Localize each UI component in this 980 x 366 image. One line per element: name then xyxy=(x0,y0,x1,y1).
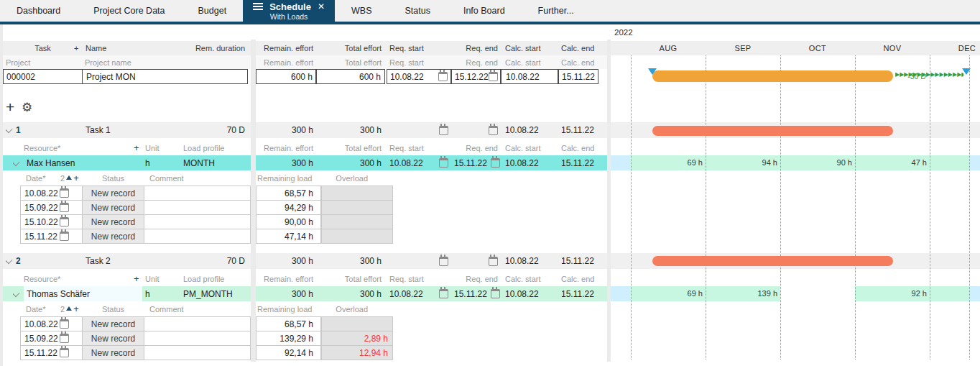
column-header-calc-end[interactable]: Calc. end xyxy=(558,140,606,155)
add-task-button[interactable]: + xyxy=(6,97,19,117)
calendar-icon[interactable] xyxy=(439,257,448,266)
resource-unit-cell[interactable]: h xyxy=(145,155,174,170)
column-header-req-start[interactable]: Req. start xyxy=(387,41,451,55)
calendar-icon[interactable] xyxy=(60,232,69,241)
project-req-start-cell[interactable]: 10.08.22 xyxy=(387,69,451,84)
gantt-task-bar[interactable] xyxy=(652,126,893,136)
task-req-end-cell[interactable] xyxy=(451,122,501,138)
tab-item[interactable]: Schedule ✕ With Loads xyxy=(243,0,335,23)
project-calc-end-cell[interactable]: 15.11.22 xyxy=(558,69,598,84)
record-date-cell[interactable]: 15.10.22 xyxy=(20,214,83,229)
record-status-cell[interactable]: New record xyxy=(82,229,144,244)
task-rem-duration-cell[interactable]: 70 D xyxy=(171,122,246,138)
project-id-cell[interactable]: 000002 xyxy=(3,69,83,84)
resource-req-start-cell[interactable]: 10.08.22 xyxy=(387,286,451,301)
column-header-req-start[interactable]: Req. start xyxy=(387,271,451,286)
close-icon[interactable]: ✕ xyxy=(318,1,325,12)
record-remaining-load-cell[interactable]: 68,57 h xyxy=(256,186,321,201)
add-column-icon[interactable]: + xyxy=(74,41,83,55)
column-header-calc-end[interactable]: Calc. end xyxy=(558,41,606,55)
resource-remain-effort-cell[interactable]: 300 h xyxy=(256,286,316,301)
column-header-total-effort[interactable]: Total effort xyxy=(316,140,385,155)
column-header-calc-end[interactable]: Calc. end xyxy=(558,271,606,286)
column-header-remaining-load[interactable]: Remaining load xyxy=(257,170,322,186)
column-header-overload[interactable]: Overload xyxy=(321,301,368,316)
record-remaining-load-cell[interactable]: 47,14 h xyxy=(256,229,321,244)
calendar-icon[interactable] xyxy=(489,72,498,81)
record-status-cell[interactable]: New record xyxy=(82,214,144,229)
record-status-cell[interactable]: New record xyxy=(82,331,144,346)
calendar-icon[interactable] xyxy=(60,334,69,343)
record-date-cell[interactable]: 15.11.22 xyxy=(20,345,83,360)
record-comment-cell[interactable] xyxy=(144,229,251,244)
collapse-chevron-icon[interactable] xyxy=(6,253,16,269)
task-calc-start-cell[interactable]: 10.08.22 xyxy=(501,253,558,269)
resource-req-start-cell[interactable]: 10.08.22 xyxy=(387,155,451,170)
record-date-cell[interactable]: 10.08.22 xyxy=(20,186,83,201)
column-header-status[interactable]: Status xyxy=(82,170,144,186)
calendar-icon[interactable] xyxy=(439,126,448,135)
calendar-icon[interactable] xyxy=(60,217,69,227)
calendar-icon[interactable] xyxy=(438,72,448,81)
record-date-cell[interactable]: 15.09.22 xyxy=(20,200,83,215)
column-header-overload[interactable]: Overload xyxy=(321,170,368,186)
project-req-end-cell[interactable]: 15.12.22 xyxy=(451,69,501,84)
column-header-unit[interactable]: Unit xyxy=(145,271,174,286)
column-header-comment[interactable]: Comment xyxy=(149,170,221,186)
resource-calc-end-cell[interactable]: 15.11.22 xyxy=(558,155,606,170)
record-remaining-load-cell[interactable]: 139,29 h xyxy=(256,331,321,346)
task-total-effort-cell[interactable]: 300 h xyxy=(316,253,385,269)
calendar-icon[interactable] xyxy=(60,348,69,357)
column-header-req-end[interactable]: Req. end xyxy=(451,41,501,55)
project-total-effort-cell[interactable]: 600 h xyxy=(316,69,385,84)
column-header-remain-effort[interactable]: Remain. effort xyxy=(256,140,316,155)
tab-item[interactable]: Budget ✕ xyxy=(182,0,244,22)
resource-load-profile-cell[interactable]: MONTH xyxy=(183,155,248,170)
resource-total-effort-cell[interactable]: 300 h xyxy=(316,155,385,170)
record-status-cell[interactable]: New record xyxy=(82,316,144,331)
column-header-total-effort[interactable]: Total effort xyxy=(316,271,385,286)
record-date-cell[interactable]: 15.11.22 xyxy=(20,229,83,244)
task-remain-effort-cell[interactable]: 300 h xyxy=(256,253,316,269)
column-header-remaining-load[interactable]: Remaining load xyxy=(257,301,322,316)
resource-calc-end-cell[interactable]: 15.11.22 xyxy=(558,286,606,301)
column-header-unit[interactable]: Unit xyxy=(145,140,174,155)
column-header-remain-effort[interactable]: Remain. effort xyxy=(256,271,316,286)
project-calc-start-cell[interactable]: 10.08.22 xyxy=(501,69,558,84)
tab-item[interactable]: Further... ✕ xyxy=(522,0,591,22)
column-header-calc-start[interactable]: Calc. start xyxy=(501,140,558,155)
column-header-resource[interactable]: Resource* xyxy=(24,140,81,155)
record-status-cell[interactable]: New record xyxy=(82,345,144,360)
resource-calc-start-cell[interactable]: 10.08.22 xyxy=(501,155,558,170)
task-rem-duration-cell[interactable]: 70 D xyxy=(171,253,246,269)
record-comment-cell[interactable] xyxy=(144,200,251,215)
column-header-req-start[interactable]: Req. start xyxy=(387,140,451,155)
column-header-load-profile[interactable]: Load profile xyxy=(183,271,241,286)
column-header-comment[interactable]: Comment xyxy=(149,301,221,316)
resource-total-effort-cell[interactable]: 300 h xyxy=(316,286,385,301)
resource-req-end-cell[interactable]: 15.11.22 xyxy=(451,155,501,170)
record-comment-cell[interactable] xyxy=(144,316,251,331)
task-req-start-cell[interactable] xyxy=(387,122,451,138)
project-name-cell[interactable]: Project MON xyxy=(82,69,248,84)
tab-item[interactable]: WBS ✕ xyxy=(335,0,388,22)
column-header-date[interactable]: Date* xyxy=(26,170,62,186)
calendar-icon[interactable] xyxy=(439,158,448,168)
resource-name-cell[interactable]: Thomas Schäfer xyxy=(24,286,142,301)
calendar-icon[interactable] xyxy=(60,203,69,212)
resource-row[interactable]: Thomas Schäfer h PM_MONTH 300 h 300 h 10… xyxy=(3,286,607,301)
calendar-icon[interactable] xyxy=(491,289,500,298)
column-header-resource[interactable]: Resource* xyxy=(24,271,81,286)
resource-unit-cell[interactable]: h xyxy=(145,286,174,301)
column-header-calc-start[interactable]: Calc. start xyxy=(501,271,558,286)
column-header-calc-start[interactable]: Calc. start xyxy=(501,41,558,55)
calendar-icon[interactable] xyxy=(491,158,500,168)
task-calc-end-cell[interactable]: 15.11.22 xyxy=(558,122,606,138)
record-remaining-load-cell[interactable]: 90,00 h xyxy=(256,214,321,229)
collapse-chevron-icon[interactable] xyxy=(13,286,23,301)
column-header-remain-effort[interactable]: Remain. effort xyxy=(256,41,316,55)
add-column-icon[interactable]: + xyxy=(134,140,142,155)
calendar-icon[interactable] xyxy=(489,126,498,135)
record-date-cell[interactable]: 15.09.22 xyxy=(20,331,83,346)
task-total-effort-cell[interactable]: 300 h xyxy=(316,122,385,138)
